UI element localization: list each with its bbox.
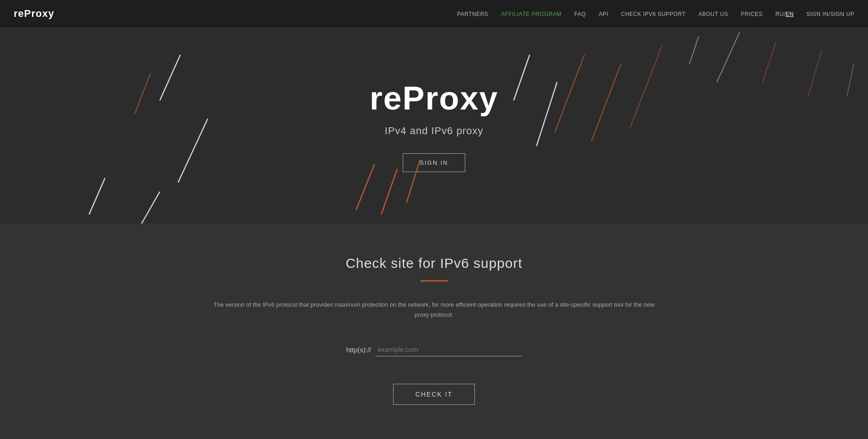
check-it-button[interactable]: CHECK IT <box>393 384 475 405</box>
svg-line-13 <box>689 37 699 64</box>
svg-line-5 <box>514 55 530 100</box>
nav-item-api[interactable]: API <box>599 11 608 17</box>
section-divider <box>421 280 448 282</box>
svg-line-12 <box>630 46 662 128</box>
hero-section: reProxy IPv4 and IPv6 proxy SIGN IN <box>0 27 868 224</box>
check-ipv6-section: Check site for IPv6 support The version … <box>0 224 868 439</box>
nav-item-lang[interactable]: RU/EN <box>775 11 794 17</box>
svg-line-11 <box>591 64 621 141</box>
nav-item-partners[interactable]: PARTNERS <box>457 11 488 17</box>
nav-item-affiliate[interactable]: AFFILIATE PROGRAM <box>501 11 561 17</box>
section-description: The version of the IPv6 protocol that pr… <box>206 300 663 320</box>
nav-item-about[interactable]: ABOUT US <box>698 11 728 17</box>
nav-item-check-ipv6[interactable]: CHECK IPV6 SUPPORT <box>621 11 685 17</box>
svg-line-0 <box>160 55 180 100</box>
nav-links: PARTNERS AFFILIATE PROGRAM FAQ API CHECK… <box>457 10 854 18</box>
svg-line-10 <box>555 55 584 132</box>
svg-line-2 <box>89 178 105 214</box>
svg-line-16 <box>808 50 822 96</box>
svg-line-15 <box>763 41 776 82</box>
svg-line-3 <box>142 192 160 224</box>
svg-line-8 <box>381 169 397 214</box>
logo-text: reProxy <box>14 8 54 19</box>
logo[interactable]: reProxy <box>14 8 54 20</box>
svg-line-6 <box>537 82 557 146</box>
hero-subtitle: IPv4 and IPv6 proxy <box>385 125 484 137</box>
svg-line-1 <box>178 119 208 183</box>
hero-title: reProxy <box>369 79 498 117</box>
signin-button[interactable]: SIGN IN <box>403 153 465 172</box>
svg-line-14 <box>717 32 740 82</box>
svg-line-7 <box>356 164 374 210</box>
svg-line-17 <box>847 64 854 96</box>
nav-item-signin[interactable]: SIGN IN/SIGN UP <box>806 11 854 17</box>
url-prefix: http(s):// <box>346 346 371 354</box>
navbar: reProxy PARTNERS AFFILIATE PROGRAM FAQ A… <box>0 0 868 27</box>
nav-item-faq[interactable]: FAQ <box>574 11 586 17</box>
url-input-row: http(s):// <box>346 343 522 356</box>
nav-item-prices[interactable]: PRICES <box>741 11 763 17</box>
url-input[interactable] <box>376 343 522 356</box>
svg-line-4 <box>135 73 151 114</box>
section-title: Check site for IPv6 support <box>346 256 522 271</box>
